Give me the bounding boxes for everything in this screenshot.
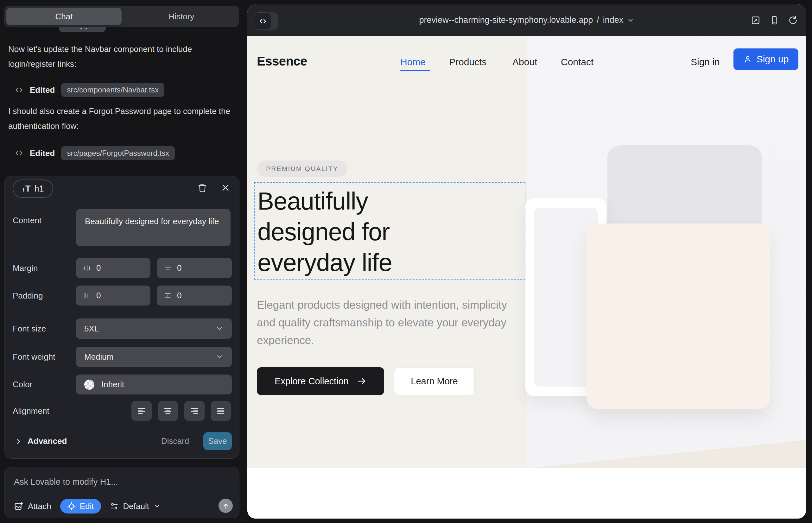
chat-sidebar: Chat History Now let's update the Navbar… bbox=[0, 0, 247, 523]
content-label: Content bbox=[13, 216, 41, 226]
edited-label: Edited bbox=[30, 148, 55, 158]
font-weight-select[interactable]: Medium bbox=[76, 347, 232, 367]
discard-button[interactable]: Discard bbox=[161, 432, 189, 450]
site-brand[interactable]: Essence bbox=[257, 54, 307, 68]
chevron-right-icon bbox=[15, 438, 22, 445]
code-view-toggle[interactable] bbox=[254, 12, 278, 30]
edited-file-row: Edited src/components/Navbar.tsx bbox=[15, 83, 164, 97]
code-icon bbox=[15, 149, 23, 158]
signin-link[interactable]: Sign in bbox=[691, 57, 720, 68]
send-arrow-icon bbox=[222, 502, 230, 510]
delete-element-button[interactable] bbox=[196, 182, 209, 195]
margin-horizontal-input[interactable]: 0 bbox=[76, 258, 151, 278]
file-chip[interactable]: src/pages/ForgotPassword.tsx bbox=[61, 146, 175, 160]
nav-link-home[interactable]: Home bbox=[400, 57, 426, 68]
site-canvas: Essence Home Products About Contact Sign… bbox=[247, 36, 806, 519]
assistant-message: I should also create a Forgot Password p… bbox=[8, 104, 231, 133]
mobile-icon[interactable] bbox=[770, 16, 779, 25]
chat-input[interactable] bbox=[14, 475, 223, 489]
font-size-label: Font size bbox=[13, 324, 46, 334]
margin-x-icon bbox=[83, 264, 91, 272]
preview-url[interactable]: preview--charming-site-symphony.lovable.… bbox=[247, 4, 806, 36]
nav-link-products[interactable]: Products bbox=[449, 57, 487, 68]
edited-label: Edited bbox=[30, 85, 55, 95]
code-icon bbox=[254, 12, 271, 30]
save-button[interactable]: Save bbox=[203, 432, 232, 450]
composer-toolbar: Attach Edit Default bbox=[14, 499, 161, 513]
margin-label: Margin bbox=[13, 264, 38, 273]
align-center-button[interactable] bbox=[158, 401, 178, 421]
chevron-down-icon bbox=[215, 353, 224, 361]
padding-label: Padding bbox=[13, 291, 43, 301]
scrolled-chip-remnant bbox=[59, 26, 106, 32]
color-label: Color bbox=[13, 380, 32, 390]
app-window: Chat History Now let's update the Navbar… bbox=[0, 0, 812, 523]
padding-horizontal-input[interactable]: 0 bbox=[76, 286, 151, 306]
assistant-message: Now let's update the Navbar component to… bbox=[8, 42, 231, 72]
sliders-icon bbox=[110, 502, 119, 511]
preview-topbar: preview--charming-site-symphony.lovable.… bbox=[247, 4, 806, 36]
chat-composer: Attach Edit Default bbox=[4, 467, 240, 518]
arrow-right-icon bbox=[357, 376, 366, 386]
tab-chat[interactable]: Chat bbox=[6, 8, 122, 25]
align-left-icon bbox=[137, 406, 146, 416]
padding-y-icon bbox=[164, 292, 172, 300]
align-justify-icon bbox=[216, 406, 226, 416]
preview-actions bbox=[751, 4, 798, 36]
preview-page-name: index bbox=[603, 15, 623, 25]
send-button[interactable] bbox=[218, 499, 233, 513]
chevron-down-icon bbox=[154, 503, 161, 510]
hero-description: Elegant products designed with intention… bbox=[257, 296, 510, 349]
align-right-icon bbox=[190, 406, 199, 416]
file-chip[interactable]: src/components/Navbar.tsx bbox=[61, 83, 164, 97]
hero-section: Essence Home Products About Contact Sign… bbox=[247, 36, 806, 468]
h1-selection-outline[interactable] bbox=[254, 182, 525, 279]
close-editor-button[interactable] bbox=[219, 182, 232, 195]
color-select[interactable]: Inherit bbox=[76, 375, 232, 395]
align-right-button[interactable] bbox=[184, 401, 205, 421]
learn-more-button[interactable]: Learn More bbox=[394, 367, 475, 395]
refresh-icon[interactable] bbox=[788, 16, 798, 25]
model-mode-select[interactable]: Default bbox=[110, 502, 161, 511]
nav-link-contact[interactable]: Contact bbox=[561, 57, 594, 68]
hero-cta-row: Explore Collection Learn More bbox=[257, 367, 475, 395]
font-size-select[interactable]: 5XL bbox=[76, 319, 232, 339]
hero-decor-beige bbox=[586, 223, 770, 409]
selected-element-pill[interactable]: TT h1 bbox=[13, 180, 53, 198]
nav-link-about[interactable]: About bbox=[512, 57, 537, 68]
chevron-down-icon bbox=[215, 325, 224, 333]
image-plus-icon bbox=[14, 502, 23, 511]
edit-target-icon bbox=[67, 502, 76, 511]
sidebar-tabbar: Chat History bbox=[4, 6, 239, 27]
padding-vertical-input[interactable]: 0 bbox=[157, 286, 232, 306]
hero-diagonal-shape bbox=[527, 440, 806, 468]
element-editor-panel: TT h1 Content Beautifully designed for e… bbox=[4, 176, 240, 459]
padding-x-icon bbox=[83, 292, 91, 300]
align-justify-button[interactable] bbox=[211, 401, 231, 421]
text-size-icon: TT bbox=[22, 184, 31, 194]
user-icon bbox=[743, 55, 752, 64]
edited-file-row: Edited src/pages/ForgotPassword.tsx bbox=[15, 146, 175, 160]
trash-icon bbox=[198, 183, 207, 194]
margin-y-icon bbox=[164, 264, 172, 272]
font-weight-label: Font weight bbox=[13, 352, 55, 362]
content-textarea[interactable]: Beautifully designed for everyday life bbox=[76, 209, 231, 246]
element-tag: h1 bbox=[34, 184, 44, 194]
color-swatch bbox=[84, 380, 94, 390]
nav-active-underline bbox=[400, 70, 430, 71]
explore-collection-button[interactable]: Explore Collection bbox=[257, 367, 384, 395]
preview-frame: preview--charming-site-symphony.lovable.… bbox=[247, 4, 806, 519]
advanced-toggle[interactable]: Advanced bbox=[15, 432, 67, 450]
open-external-icon[interactable] bbox=[751, 16, 760, 25]
code-icon bbox=[15, 86, 23, 94]
tab-history[interactable]: History bbox=[124, 6, 239, 27]
attach-button[interactable]: Attach bbox=[14, 502, 51, 511]
close-icon bbox=[221, 183, 230, 194]
margin-vertical-input[interactable]: 0 bbox=[157, 258, 232, 278]
chevron-down-icon bbox=[627, 17, 634, 24]
signup-button[interactable]: Sign up bbox=[734, 49, 798, 70]
edit-mode-button[interactable]: Edit bbox=[60, 499, 101, 513]
align-left-button[interactable] bbox=[131, 401, 152, 421]
hero-badge: PREMIUM QUALITY bbox=[257, 161, 348, 177]
align-center-icon bbox=[163, 406, 173, 416]
